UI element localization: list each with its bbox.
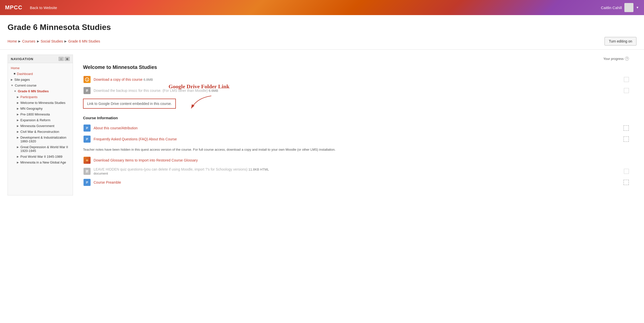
main-layout: NAVIGATION □ ⊞ Home Dashboard ▶ Site pag… [0, 52, 644, 195]
sidebar-grade6-studies[interactable]: ▼ Grade 6 MN Studies [8, 88, 73, 94]
glossary-download-link[interactable]: Download Glossary Items to Import into R… [94, 158, 198, 162]
faq-checkbox [623, 136, 629, 142]
sidebar-mn-geography[interactable]: ▶ MN Geography [8, 106, 73, 111]
leave-hidden-item: LEAVE HIDDEN quiz questions-(you can del… [83, 166, 629, 177]
teacher-notes-text: Teacher notes have been hidden in this q… [83, 147, 629, 152]
arrow-icon-post-wwii: ▶ [17, 155, 19, 158]
breadcrumb-sep-3: ▶ [64, 39, 67, 43]
about-course-item: About this course/Attribution [83, 123, 629, 134]
arrow-icon-mn-gov: ▶ [17, 125, 19, 127]
breadcrumb-grade6[interactable]: Grade 6 MN Studies [68, 39, 100, 43]
svg-rect-11 [86, 139, 88, 139]
sidebar-mn-government[interactable]: ▶ Minnesota Government [8, 123, 73, 129]
course-preamble-checkbox [623, 180, 629, 185]
svg-rect-2 [86, 90, 88, 91]
sidebar-expansion-reform[interactable]: ▶ Expansion & Reform [8, 117, 73, 123]
about-course-text: About this course/Attribution [94, 126, 621, 130]
course-info-title: Course Information [83, 116, 629, 120]
arrow-icon: ▶ [11, 78, 13, 81]
google-drive-link-box[interactable]: Link to Google Drive content embedded in… [83, 99, 176, 109]
arrow-down-icon: ▼ [11, 84, 13, 87]
sidebar-content: Home Dashboard ▶ Site pages ▼ Current co… [8, 63, 73, 167]
svg-rect-3 [86, 91, 87, 92]
backup-icon [84, 76, 91, 83]
faq-icon [83, 135, 91, 143]
sidebar-expand-btn[interactable]: ⊞ [65, 57, 70, 61]
username-display: Caitlin Cahill [601, 6, 622, 10]
svg-rect-17 [86, 171, 88, 172]
svg-rect-22 [86, 183, 87, 183]
download-course-checkbox[interactable] [624, 77, 629, 82]
sidebar-title: NAVIGATION [11, 57, 33, 61]
breadcrumb-social-studies[interactable]: Social Studies [41, 39, 63, 43]
sidebar-participants[interactable]: ▶ Participants [8, 94, 73, 100]
glossary-icon: G [83, 156, 91, 164]
sidebar-icon-buttons: □ ⊞ [59, 57, 70, 61]
download-course-link[interactable]: Download a copy of this course [94, 77, 143, 82]
header: MPCC Back to Website Caitlin Cahill ▼ [0, 0, 644, 15]
course-preamble-link[interactable]: Course Preamble [94, 180, 121, 184]
content-area: Your progress ? Welcome to Minnesota Stu… [73, 52, 636, 195]
user-dropdown-arrow[interactable]: ▼ [636, 6, 639, 9]
sidebar: NAVIGATION □ ⊞ Home Dashboard ▶ Site pag… [8, 55, 73, 195]
hidden-file-icon [84, 168, 91, 175]
course-preamble-icon [83, 178, 91, 186]
arrow-icon-development: ▶ [17, 136, 19, 139]
glossary-item: G Download Glossary Items to Import into… [83, 155, 629, 166]
sidebar-civil-war[interactable]: ▶ Civil War & Reconstruction [8, 129, 73, 135]
svg-rect-20 [86, 181, 88, 182]
breadcrumb: Home ▶ Courses ▶ Social Studies ▶ Grade … [8, 39, 100, 43]
svg-rect-12 [86, 140, 87, 140]
square-icon [14, 73, 15, 74]
about-course-checkbox [623, 125, 629, 131]
breadcrumb-home[interactable]: Home [8, 39, 17, 43]
download-course-item: Download a copy of this course 6.8MB [83, 74, 629, 85]
sidebar-great-depression[interactable]: ▶ Great Depression & World War II 1920-1… [8, 144, 73, 154]
sidebar-current-course[interactable]: ▼ Current course [8, 83, 73, 88]
sidebar-dashboard[interactable]: Dashboard [8, 71, 73, 77]
sidebar-development[interactable]: ▶ Development & Industrialization 1860-1… [8, 135, 73, 144]
sidebar-home[interactable]: Home [8, 65, 73, 71]
your-progress-label: Your progress [603, 57, 624, 61]
arrow-icon-expansion: ▶ [17, 119, 19, 122]
leave-hidden-label: LEAVE HIDDEN quiz questions-(you can del… [94, 167, 248, 171]
download-course-text: Download a copy of this course 6.8MB [94, 77, 621, 82]
header-right: Caitlin Cahill ▼ [601, 3, 639, 12]
faq-item: Frequently Asked Questions (FAQ) About t… [83, 134, 629, 145]
download-imscc-checkbox[interactable] [624, 88, 629, 93]
svg-rect-18 [86, 172, 87, 172]
sidebar-collapse-btn[interactable]: □ [59, 57, 64, 61]
back-to-website-link[interactable]: Back to Website [30, 6, 57, 10]
arrow-icon-mn-geo: ▶ [17, 107, 19, 110]
faq-link[interactable]: Frequently Asked Questions (FAQ) About t… [94, 137, 177, 141]
sidebar-welcome[interactable]: ▶ Welcome to Minnesota Studies [8, 100, 73, 106]
arrow-icon-pre1800: ▶ [17, 113, 19, 116]
google-drive-container: Link to Google Drive content embedded in… [83, 97, 176, 110]
download-course-icon [83, 75, 91, 84]
sidebar-new-global-age[interactable]: ▶ Minnesota in a New Global Age [8, 159, 73, 165]
sidebar-pre1800[interactable]: ▶ Pre-1800 Minnesota [8, 111, 73, 117]
arrow-icon-participants: ▶ [17, 96, 19, 98]
leave-hidden-checkbox[interactable] [624, 169, 629, 174]
svg-rect-1 [86, 90, 88, 90]
avatar [624, 3, 633, 12]
sidebar-site-pages[interactable]: ▶ Site pages [8, 77, 73, 83]
doc-icon-about [84, 125, 91, 132]
annotation-google-drive: Google Drive Folder Link [169, 83, 229, 90]
about-course-icon [83, 124, 91, 132]
arrow-icon-global-age: ▶ [17, 161, 19, 164]
faq-text: Frequently Asked Questions (FAQ) About t… [94, 137, 621, 141]
progress-help-icon[interactable]: ? [625, 57, 629, 61]
sidebar-post-wwii[interactable]: ▶ Post World War II 1945-1989 [8, 154, 73, 159]
course-preamble-item: Course Preamble [83, 177, 629, 188]
about-course-link[interactable]: About this course/Attribution [94, 126, 138, 130]
doc-icon-faq [84, 136, 91, 143]
breadcrumb-courses[interactable]: Courses [22, 39, 35, 43]
site-logo: MPCC [5, 4, 22, 11]
turn-editing-button[interactable]: Turn editing on [605, 37, 636, 46]
arrow-icon-civil-war: ▶ [17, 130, 19, 133]
welcome-section-title: Welcome to Minnesota Studies [83, 64, 629, 70]
leave-hidden-icon [83, 167, 91, 175]
annotation-arrow-svg [189, 95, 219, 112]
page-title-area: Grade 6 Minnesota Studies [0, 15, 644, 34]
